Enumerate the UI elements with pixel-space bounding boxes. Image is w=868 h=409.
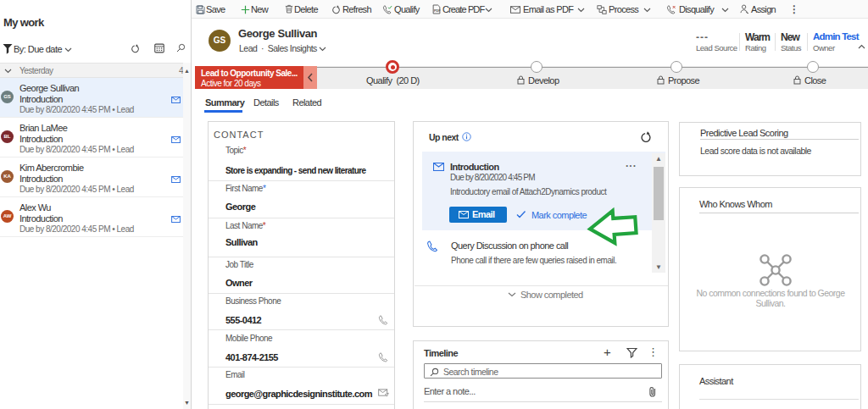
svg-text:PDF: PDF xyxy=(434,9,441,13)
